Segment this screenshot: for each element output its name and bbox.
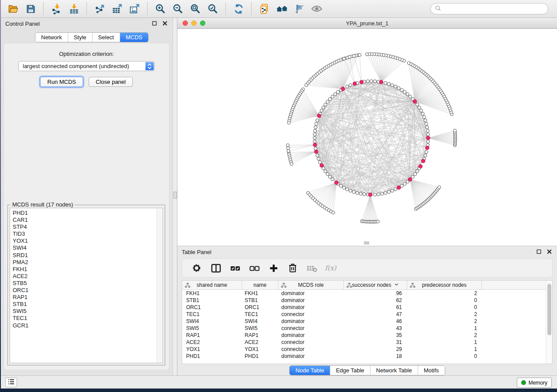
table-cell: STB1 [242,297,278,303]
function-builder-button: f(x) [324,261,339,275]
unselect-all-columns-button[interactable] [247,261,262,275]
float-icon [536,249,542,256]
column-header-predecessor-nodes[interactable]: predecessor nodes [407,281,482,289]
result-node-item[interactable]: TID3 [13,230,163,237]
first-neighbors-button[interactable] [273,2,291,16]
result-node-item[interactable]: CAR1 [13,217,163,224]
table-row[interactable]: STB1STB1dominator620 [182,297,552,304]
table-row[interactable]: TEC1TEC1connector472 [182,311,552,318]
export-network-button[interactable] [91,2,108,16]
table-row[interactable]: ORC1ORC1dominator610 [182,304,552,311]
memory-button[interactable]: Memory [517,378,552,388]
toggle-columns-button[interactable] [208,261,223,275]
criterion-select[interactable]: largest connected component (undirected) [18,61,155,71]
zoom-in-button[interactable] [152,2,169,16]
hide-selected-button[interactable] [291,2,308,16]
table-row[interactable]: PHD1PHD1dominator180 [182,353,552,360]
close-panel-button[interactable] [161,21,168,28]
result-node-item[interactable]: ACE2 [13,273,163,280]
result-node-item[interactable]: YOX1 [13,237,163,244]
tab-mcds[interactable]: MCDS [120,33,148,42]
result-node-item[interactable]: GCR1 [13,322,163,329]
clone-network-button[interactable] [256,2,273,16]
table-row[interactable]: RAP1RAP1dominator352 [182,332,552,339]
result-node-item[interactable]: STP4 [13,224,163,230]
table-cell: YOX1 [182,346,242,352]
zoom-out-button[interactable] [169,2,187,16]
zoom-selected-button[interactable] [204,2,221,16]
control-panel-tabs: NetworkStyleSelectMCDS [35,32,149,42]
table-row[interactable]: SWI4SWI4dominator462 [182,318,552,325]
table-scroll-thumb[interactable] [547,284,551,335]
tab-edge-table[interactable]: Edge Table [330,366,370,375]
table-row[interactable]: SWI5SWI5connector431 [182,325,552,332]
column-label: predecessor nodes [422,282,467,288]
table-cell: 62 [344,297,407,303]
close-panel-button-mcds[interactable]: Close panel [89,77,133,87]
table-cell: 1 [407,346,482,352]
refresh-layout-button[interactable] [230,2,247,16]
table-tabs: Node TableEdge TableNetwork TableMotifs [177,365,557,375]
table-scrollbar[interactable] [546,281,552,364]
zoom-fit-button[interactable] [187,2,204,16]
result-node-item[interactable]: TEC1 [13,315,163,322]
tab-motifs[interactable]: Motifs [418,366,445,375]
table-settings-button[interactable] [189,261,204,275]
import-network-button[interactable] [48,2,65,16]
table-cell: 2 [407,318,482,324]
table-toolbar: f(x) [182,258,553,278]
column-group-icon [184,282,191,290]
result-node-item[interactable]: SWI5 [13,308,163,315]
delete-column-button[interactable] [285,261,300,275]
divider-scroll-thumb[interactable] [173,192,177,199]
import-table-button[interactable] [65,2,83,16]
network-hscroll-thumb[interactable] [364,241,369,244]
tab-style[interactable]: Style [68,33,92,42]
close-table-panel-button[interactable] [546,249,553,256]
export-image-button[interactable] [126,2,143,16]
table-cell: SWI4 [242,318,278,324]
result-node-item[interactable]: SRD1 [13,252,163,259]
memory-label: Memory [529,380,547,386]
result-node-item[interactable]: PMA2 [13,259,163,266]
result-node-item[interactable]: STB1 [13,301,163,308]
mcds-result-list[interactable]: PHD1CAR1STP4TID3YOX1SWI4SRD1PMA2FKH1ACE2… [10,208,163,363]
column-header-shared-name[interactable]: shared name [182,281,242,289]
result-node-item[interactable]: STB5 [13,280,163,287]
float-panel-button[interactable] [151,21,158,28]
node-table[interactable]: shared namenameMCDS rolesuccessor nodesp… [182,280,553,364]
column-header-name[interactable]: name [242,281,278,289]
result-node-item[interactable]: ORC1 [13,287,163,294]
result-node-item[interactable]: SWI4 [13,244,163,251]
tab-select[interactable]: Select [92,33,120,42]
table-cell: ORC1 [242,304,278,310]
export-table-button[interactable] [108,2,126,16]
column-header-MCDS-role[interactable]: MCDS role [278,281,344,289]
table-cell: FKH1 [182,290,242,296]
column-header-successor-nodes[interactable]: successor nodes [344,281,407,289]
run-mcds-button[interactable]: Run MCDS [40,77,83,87]
network-canvas[interactable] [177,29,557,246]
tab-network-table[interactable]: Network Table [370,366,418,375]
panel-divider-scrollbar[interactable] [173,18,177,375]
tab-node-table[interactable]: Node Table [290,366,330,375]
open-file-button[interactable] [4,2,22,16]
result-list-scrollbar[interactable] [156,209,162,362]
result-node-item[interactable]: FKH1 [13,266,163,273]
save-session-button[interactable] [22,2,39,16]
result-node-item[interactable]: PHD1 [13,210,163,217]
search-input[interactable] [442,4,548,14]
task-history-button[interactable] [5,378,17,387]
table-cell: dominator [278,297,344,303]
select-all-columns-button[interactable] [228,261,242,275]
table-row[interactable]: FKH1FKH1dominator962 [182,290,552,297]
result-node-item[interactable]: RAP1 [13,294,163,301]
column-label: MCDS role [298,282,324,288]
show-hidden-button[interactable] [308,2,325,16]
float-table-panel-button[interactable] [535,249,542,256]
table-row[interactable]: ACE2ACE2connector311 [182,339,552,346]
close-icon [162,21,168,28]
table-row[interactable]: YOX1YOX1connector291 [182,346,552,353]
add-column-button[interactable] [266,261,281,275]
tab-network[interactable]: Network [35,33,68,42]
